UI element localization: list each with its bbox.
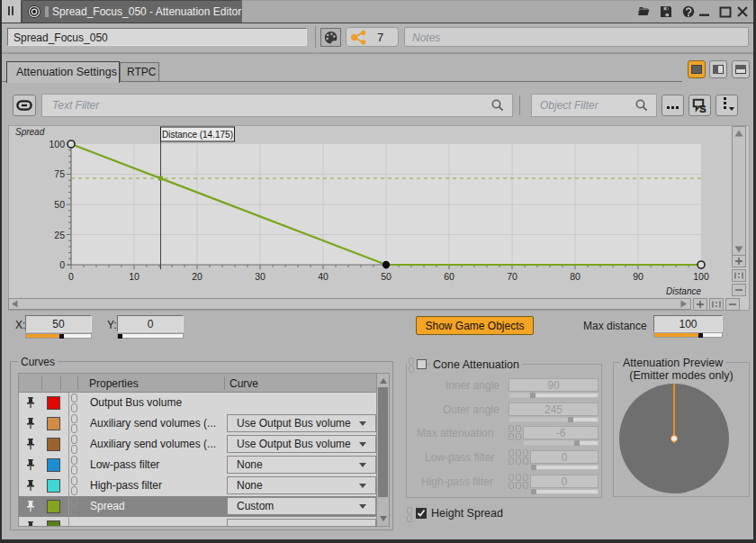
svg-text:20: 20 <box>192 271 202 282</box>
svg-text:Distance (14.175): Distance (14.175) <box>162 130 233 140</box>
svg-text:Spread: Spread <box>15 127 45 137</box>
svg-text:60: 60 <box>444 271 454 282</box>
svg-text:70: 70 <box>507 271 518 282</box>
svg-text:0: 0 <box>59 259 65 270</box>
svg-text:100: 100 <box>49 139 65 149</box>
svg-text:30: 30 <box>255 271 266 282</box>
svg-text:75: 75 <box>54 168 65 179</box>
svg-text:50: 50 <box>381 271 392 282</box>
svg-text:90: 90 <box>633 271 644 282</box>
svg-text:80: 80 <box>570 271 580 282</box>
svg-text:40: 40 <box>318 271 328 282</box>
svg-text:100: 100 <box>693 271 709 282</box>
svg-text:10: 10 <box>129 271 140 282</box>
svg-text:50: 50 <box>54 199 65 210</box>
svg-text:Distance: Distance <box>666 286 701 296</box>
svg-text:S: S <box>699 104 706 113</box>
svg-text:25: 25 <box>54 230 65 240</box>
svg-text:0: 0 <box>68 271 74 282</box>
